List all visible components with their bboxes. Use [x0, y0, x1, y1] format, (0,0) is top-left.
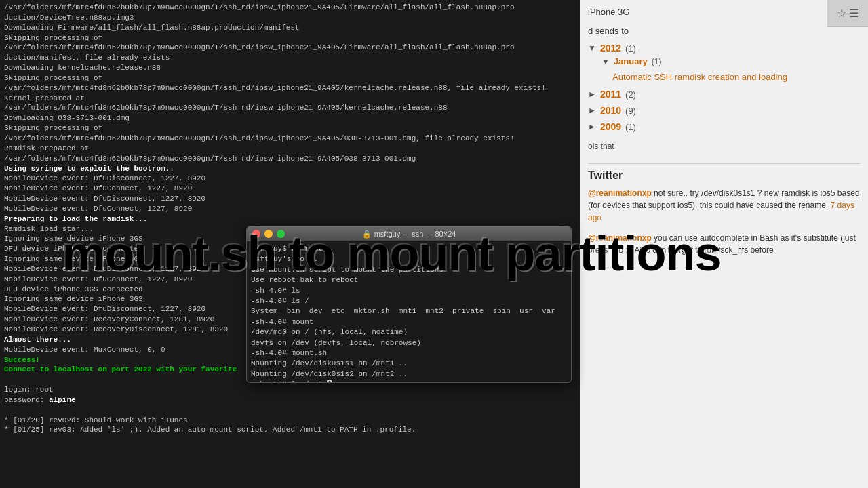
archive-year-count: (9) — [625, 106, 636, 116]
ssh-content[interactable]: msftguy$ su root msftguy's po... Use mou… — [247, 241, 571, 383]
terminal-line: /var/folders/mf/mtc4fd8n62b0kb78p7m9nwcc… — [4, 83, 576, 94]
archive-year-2011[interactable]: ► 2011 (2) — [588, 89, 860, 100]
archive-year-count: (1) — [625, 122, 636, 132]
ssh-line: -sh-4.0# ls — [251, 286, 567, 296]
chevron-down-icon: ▼ — [601, 57, 610, 66]
archive-year-label: 2010 — [600, 105, 621, 116]
archive-post-link[interactable]: Automatic SSH ramdisk creation and loadi… — [612, 72, 787, 82]
ssh-line: -sh-4.0# mount.sh — [251, 348, 567, 359]
terminal-line: /var/folders/mf/mtc4fd8n62b0kb78p7m9nwcc… — [4, 3, 576, 13]
ssh-line: Mounting /dev/disk0s1s1 on /mnt1 .. — [251, 359, 567, 369]
terminal-line-rev03: * [01/25] rev03: Added 'ls' ;). Added an… — [4, 425, 576, 435]
ssh-terminal-window[interactable]: 🔒 msftguy — ssh — 80×24 msftguy$ su root… — [246, 226, 572, 383]
browser-chrome: ☆ ☰ — [827, 0, 868, 27]
window-maximize-button[interactable] — [277, 230, 285, 238]
ssh-line-prompt: -sh-4.0# ls /mnt1| — [251, 380, 567, 383]
ssh-line: msftguy's po... — [251, 254, 567, 264]
ssh-line: msftguy$ su root — [251, 244, 567, 254]
terminal-line-ramdisk: Preparing to load the ramdisk... — [4, 214, 576, 224]
terminal-line — [4, 405, 576, 415]
terminal-line: MobileDevice event: DfuConnect, 1227, 89… — [4, 204, 576, 214]
archive-year-2010[interactable]: ► 2010 (9) — [588, 105, 860, 116]
tweet-handle[interactable]: @reanimationxp — [588, 233, 652, 243]
terminal-line: Skipping processing of — [4, 123, 576, 134]
right-sidebar: iPhone 3G d sends to ▼ 2012 (1) ▼ Januar… — [580, 0, 868, 488]
window-minimize-button[interactable] — [264, 230, 273, 238]
terminal-line: Skipping processing of — [4, 33, 576, 43]
ssh-line: -sh-4.0# ls / — [251, 296, 567, 306]
terminal-line-password: password: alpine — [4, 395, 576, 405]
chevron-right-icon: ► — [588, 122, 596, 131]
ssh-titlebar: 🔒 msftguy — ssh — 80×24 — [247, 226, 571, 241]
terminal-line: /var/folders/mf/mtc4fd8n62b0kb78p7m9nwcc… — [4, 134, 576, 144]
blog-tools-text: ols that — [588, 140, 860, 152]
window-close-button[interactable] — [252, 230, 260, 238]
terminal-line: duction/DeviceTree.n88ap.img3 — [4, 13, 576, 23]
menu-icon[interactable]: ☰ — [849, 7, 859, 20]
terminal-line: /var/folders/mf/mtc4fd8n62b0kb78p7m9nwcc… — [4, 43, 576, 53]
archive-year-count: (1) — [625, 43, 636, 54]
ssh-line: Use mount.sh script to mount the partiti… — [251, 265, 567, 275]
chevron-right-icon: ► — [588, 89, 596, 99]
terminal-line: MobileDevice event: DfuDisconnect, 1227,… — [4, 194, 576, 204]
archive-year-label: 2012 — [600, 43, 621, 54]
terminal-line: MobileDevice event: DfuDisconnect, 1227,… — [4, 174, 576, 184]
chevron-right-icon: ► — [588, 106, 596, 115]
terminal-line-rev02: * [01/20] rev02d: Should work with iTune… — [4, 415, 576, 426]
blog-sends-text: d sends to — [588, 24, 860, 38]
archive-month-count: (1) — [652, 57, 662, 66]
archive-year-label: 2011 — [600, 89, 621, 100]
archive-month-january[interactable]: ▼ January (1) — [601, 56, 860, 66]
twitter-heading: Twitter — [588, 169, 860, 182]
chevron-down-icon: ▼ — [588, 43, 596, 53]
archive-year-count: (2) — [625, 89, 636, 100]
archive-year-2009[interactable]: ► 2009 (1) — [588, 121, 860, 132]
archive-month-label: January — [614, 56, 648, 66]
ssh-line: -sh-4.0# mount — [251, 317, 567, 327]
archive-year-2012[interactable]: ▼ 2012 (1) — [588, 43, 860, 54]
tweet-handle[interactable]: @reanimationxp — [588, 188, 652, 198]
terminal-line: /var/folders/mf/mtc4fd8n62b0kb78p7m9nwcc… — [4, 154, 576, 164]
terminal-line: Skipping processing of — [4, 73, 576, 83]
lock-icon: 🔒 — [362, 230, 372, 239]
terminal-line: Downloading 038-3713-001.dmg — [4, 113, 576, 123]
ssh-line: devfs on /dev (devfs, local, nobrowse) — [251, 338, 567, 348]
archive-section: ▼ 2012 (1) ▼ January (1) Automatic SSH r… — [588, 43, 860, 132]
ssh-window-title: 🔒 msftguy — ssh — 80×24 — [362, 230, 456, 239]
terminal-line: Downloading Firmware/all_flash/all_flash… — [4, 23, 576, 33]
terminal-line-login: login: root — [4, 385, 576, 395]
terminal-line-exploit: Using syringe to exploit the bootrom.. — [4, 164, 576, 174]
star-icon[interactable]: ☆ — [837, 7, 846, 20]
ssh-line: /dev/md0 on / (hfs, local, noatime) — [251, 327, 567, 338]
ssh-line: Use reboot.bak to reboot — [251, 275, 567, 285]
twitter-section: Twitter @reanimationxp not sure.. try /d… — [588, 163, 860, 256]
terminal-line: Ramdisk prepared at — [4, 144, 576, 154]
tweet-item-2: @reanimationxp you can use autocomplete … — [588, 232, 860, 256]
terminal-line: Kernel prepared at — [4, 94, 576, 104]
archive-post-ssh[interactable]: Automatic SSH ramdisk creation and loadi… — [612, 70, 860, 83]
terminal-line: /var/folders/mf/mtc4fd8n62b0kb78p7m9nwcc… — [4, 103, 576, 113]
terminal-line: MobileDevice event: DfuConnect, 1227, 89… — [4, 184, 576, 194]
terminal-line: duction/manifest, file already exists! — [4, 53, 576, 63]
terminal-line: Downloading kernelcache.release.n88 — [4, 63, 576, 73]
ssh-line: Mounting /dev/disk0s1s2 on /mnt2 .. — [251, 369, 567, 380]
archive-year-label: 2009 — [600, 121, 621, 132]
ssh-line: System bin dev etc mktor.sh mnt1 mnt2 pr… — [251, 306, 567, 317]
blog-iphone-text: iPhone 3G — [588, 5, 860, 19]
tweet-item-1: @reanimationxp not sure.. try /dev/disk0… — [588, 187, 860, 224]
